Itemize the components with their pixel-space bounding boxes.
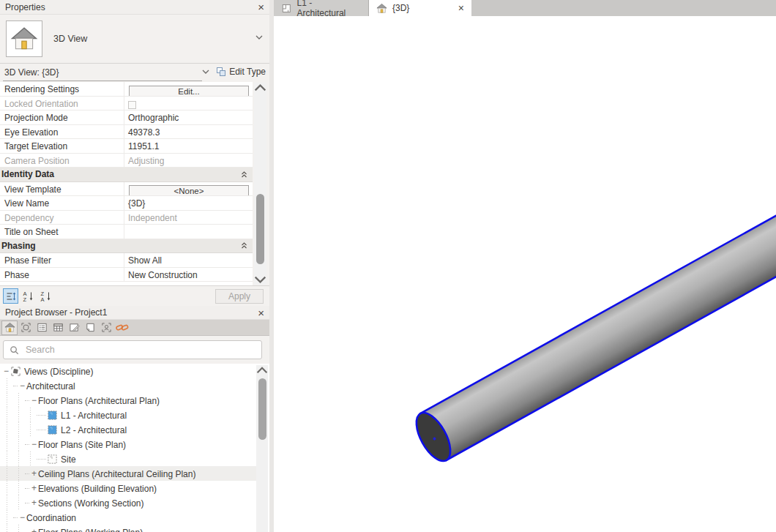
view-tab--3d-[interactable]: {3D}× — [369, 0, 471, 16]
sheet-pencil-icon — [69, 322, 80, 333]
tree-connector — [37, 430, 46, 430]
3d-canvas[interactable] — [274, 16, 776, 532]
collapse-expander-icon[interactable]: − — [30, 440, 38, 449]
sort-za-icon: ZA — [40, 291, 52, 302]
link-tool[interactable] — [114, 321, 130, 335]
property-value[interactable]: Show All — [124, 253, 253, 267]
sort-order-button[interactable] — [3, 288, 18, 304]
close-icon[interactable]: × — [258, 1, 264, 12]
sheet-pencil-tool[interactable] — [66, 321, 82, 335]
collapse-icon[interactable] — [241, 171, 247, 178]
scroll-down-icon[interactable] — [254, 274, 266, 285]
chevron-down-icon[interactable] — [202, 69, 209, 75]
edit-type-label: Edit Type — [229, 67, 266, 77]
tree-item-coordination[interactable]: −Coordination — [0, 510, 256, 525]
property-value[interactable]: 11951.1 — [124, 139, 253, 153]
tree-item-label: L2 - Architectural — [61, 424, 127, 435]
table-tool[interactable] — [50, 321, 66, 335]
tree-scrollbar[interactable] — [256, 365, 268, 532]
tree-connector — [25, 473, 29, 474]
scroll-up-icon[interactable] — [256, 365, 268, 375]
sort-za-button[interactable]: ZA — [38, 288, 53, 304]
property-row: Eye Elevation49378.3 — [0, 125, 253, 140]
property-row: Title on Sheet — [0, 225, 253, 239]
collapse-expander-icon[interactable]: − — [30, 396, 38, 405]
property-name: Dependency — [0, 211, 124, 225]
tree-item-floor-plans-working-plan-[interactable]: +Floor Plans (Working Plan) — [0, 525, 256, 532]
tree-item-sections-working-section-[interactable]: +Sections (Working Section) — [0, 495, 256, 510]
collapse-expander-icon[interactable]: − — [18, 513, 26, 522]
tree-guides — [0, 422, 37, 437]
tree-item-elevations-building-elevation-[interactable]: +Elevations (Building Elevation) — [0, 481, 256, 495]
home-tool[interactable] — [1, 321, 18, 335]
tree-item-floor-plans-architectural-plan-[interactable]: −Floor Plans (Architectural Plan) — [0, 393, 256, 408]
project-browser-title: Project Browser - Project1 — [5, 307, 107, 318]
property-section-header[interactable]: Identity Data — [0, 168, 253, 182]
table-icon — [53, 322, 64, 333]
sort-az-button[interactable]: AZ — [20, 288, 36, 304]
collapse-expander-icon[interactable]: − — [18, 381, 26, 390]
tree-item-label: Elevations (Building Elevation) — [38, 483, 157, 494]
property-value[interactable]: Independent — [124, 211, 253, 225]
selection-box-tool[interactable] — [18, 321, 34, 335]
property-row: Target Elevation11951.1 — [0, 139, 253, 154]
scrollbar-thumb[interactable] — [256, 194, 264, 264]
property-value-button[interactable]: <None> — [129, 185, 249, 195]
properties-scrollbar[interactable] — [254, 83, 266, 285]
tree-item-l2-architectural[interactable]: L2 - Architectural — [0, 422, 256, 437]
tree-item-ceiling-plans-architectural-ceiling-plan-[interactable]: +Ceiling Plans (Architectural Ceiling Pl… — [0, 466, 256, 481]
property-value[interactable]: New Construction — [124, 268, 253, 282]
sort-order-icon — [5, 291, 17, 302]
views-icon — [10, 366, 21, 377]
tree-item-site[interactable]: Site — [0, 452, 256, 466]
close-icon[interactable]: × — [258, 307, 264, 318]
tree-item-label: Sections (Working Section) — [38, 498, 144, 509]
sheet-tool[interactable] — [82, 321, 98, 335]
svg-text:Z: Z — [23, 296, 26, 302]
expand-expander-icon[interactable]: + — [30, 528, 38, 532]
edit-type-button[interactable]: Edit Type — [216, 67, 266, 77]
property-value — [124, 97, 253, 110]
tree-item-architectural[interactable]: −Architectural — [0, 378, 256, 393]
group-tool[interactable] — [98, 321, 114, 335]
tree-connector — [13, 386, 18, 386]
chevron-down-icon[interactable] — [255, 34, 263, 40]
type-selector-label: 3D View — [53, 34, 87, 44]
type-selector[interactable]: 3D View — [0, 15, 269, 64]
collapse-icon[interactable] — [241, 242, 247, 249]
property-value[interactable]: Adjusting — [124, 154, 253, 168]
scrollbar-thumb[interactable] — [258, 378, 266, 440]
svg-text:A: A — [40, 296, 44, 302]
view-selector-label[interactable]: 3D View: {3D} — [4, 67, 59, 78]
home-icon — [4, 322, 15, 333]
search-input[interactable]: Search — [3, 340, 262, 359]
expand-expander-icon[interactable]: + — [30, 498, 38, 507]
tree-item-views-discipline-[interactable]: −Views (Discipline) — [0, 364, 256, 378]
property-value-button[interactable]: Edit... — [129, 86, 249, 96]
property-value[interactable] — [124, 225, 253, 239]
scroll-up-icon[interactable] — [254, 83, 266, 93]
expand-expander-icon[interactable]: + — [30, 484, 38, 492]
tree-item-l1-architectural[interactable]: L1 - Architectural — [0, 408, 256, 422]
cylinder-body[interactable] — [420, 193, 776, 460]
property-value[interactable]: 49378.3 — [124, 125, 253, 139]
property-value[interactable]: {3D} — [124, 196, 253, 210]
left-panels: Properties × 3D View 3D View: {3D} Edit … — [0, 0, 269, 532]
close-icon[interactable]: × — [458, 3, 464, 13]
tree-item-floor-plans-site-plan-[interactable]: −Floor Plans (Site Plan) — [0, 437, 256, 452]
property-section-header[interactable]: Phasing — [0, 239, 253, 254]
collapse-expander-icon[interactable]: − — [2, 367, 10, 375]
view-tab-l1-architectural[interactable]: L1 - Architectural — [274, 0, 369, 16]
property-name: Projection Mode — [0, 110, 124, 124]
property-row: Camera PositionAdjusting — [0, 154, 253, 168]
schedule-tool[interactable] — [34, 321, 50, 335]
property-value: Edit... — [124, 82, 253, 96]
divider — [3, 80, 202, 81]
tree-guides — [0, 378, 13, 393]
property-value[interactable]: Orthographic — [124, 110, 253, 124]
property-row: View Name{3D} — [0, 196, 253, 211]
expand-expander-icon[interactable]: + — [30, 469, 38, 478]
apply-button[interactable]: Apply — [215, 289, 264, 304]
search-placeholder: Search — [26, 345, 55, 355]
checkbox[interactable] — [128, 101, 136, 109]
